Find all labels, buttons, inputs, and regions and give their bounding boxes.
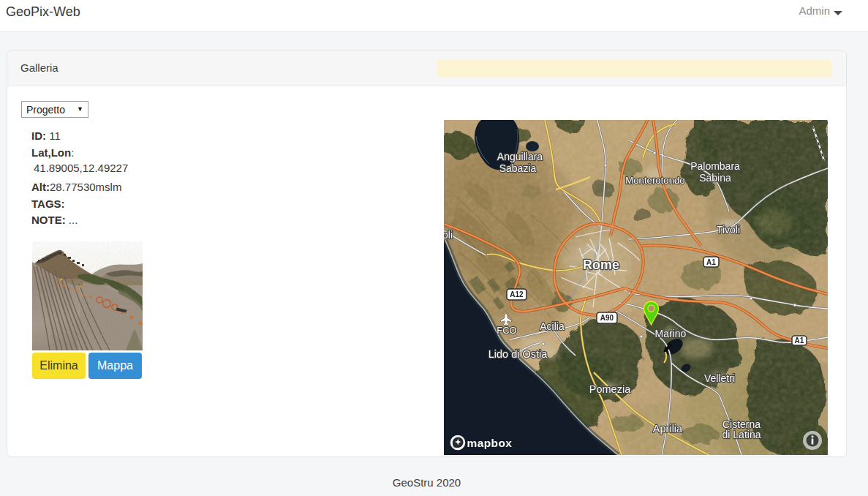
svg-text:A90: A90 [600,314,614,322]
svg-text:Tivoli: Tivoli [717,224,740,236]
svg-text:Sabazia: Sabazia [499,162,537,174]
svg-text:Monterotondo: Monterotondo [625,175,684,186]
svg-text:oli: oli [444,229,453,241]
svg-text:A12: A12 [510,290,524,298]
svg-text:mapbox: mapbox [467,437,513,449]
svg-text:Lido di Ostia: Lido di Ostia [488,348,548,360]
svg-text:FCO: FCO [497,325,516,336]
svg-text:Acilia: Acilia [540,320,565,332]
svg-text:Anguillara: Anguillara [497,151,543,162]
svg-text:Palombara: Palombara [690,160,740,172]
svg-text:A1: A1 [795,337,804,345]
svg-text:Rome: Rome [583,258,619,272]
svg-text:Velletri: Velletri [704,372,735,384]
svg-text:Aprilia: Aprilia [653,423,683,435]
svg-text:Marino: Marino [655,328,687,339]
svg-text:Pomezia: Pomezia [589,383,631,395]
svg-text:Sabina: Sabina [699,172,731,184]
svg-text:A1: A1 [706,258,716,266]
svg-text:di Latina: di Latina [722,429,761,440]
